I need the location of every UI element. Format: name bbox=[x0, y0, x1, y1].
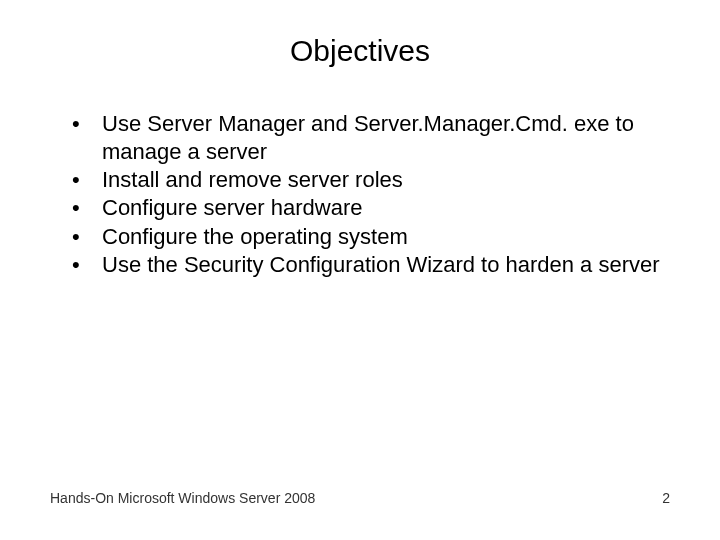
footer-text: Hands-On Microsoft Windows Server 2008 bbox=[50, 490, 315, 506]
list-item: Configure server hardware bbox=[72, 194, 670, 222]
list-item: Install and remove server roles bbox=[72, 166, 670, 194]
slide: Objectives Use Server Manager and Server… bbox=[0, 0, 720, 540]
page-number: 2 bbox=[662, 490, 670, 506]
slide-title: Objectives bbox=[50, 34, 670, 68]
footer: Hands-On Microsoft Windows Server 2008 2 bbox=[50, 490, 670, 506]
list-item: Use the Security Configuration Wizard to… bbox=[72, 251, 670, 279]
list-item: Configure the operating system bbox=[72, 223, 670, 251]
list-item: Use Server Manager and Server.Manager.Cm… bbox=[72, 110, 670, 166]
bullet-list: Use Server Manager and Server.Manager.Cm… bbox=[50, 110, 670, 279]
